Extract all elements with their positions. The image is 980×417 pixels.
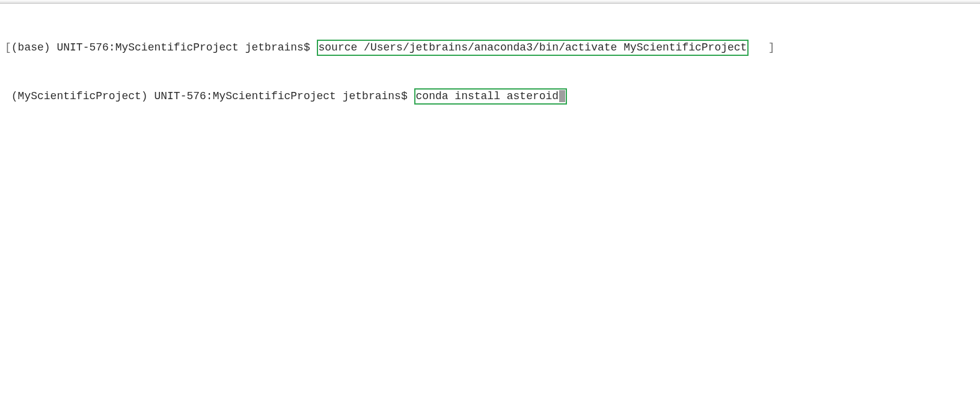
command-highlight: conda install asteroid bbox=[414, 88, 568, 105]
cursor-block bbox=[559, 90, 565, 102]
shell-prompt: (base) UNIT-576:MyScientificProject jetb… bbox=[11, 41, 317, 53]
bracket-close: ] bbox=[768, 41, 775, 53]
terminal-line-1: [(base) UNIT-576:MyScientificProject jet… bbox=[5, 40, 975, 56]
bracket-open bbox=[5, 90, 11, 102]
terminal-line-2: (MyScientificProject) UNIT-576:MyScienti… bbox=[5, 88, 975, 105]
bracket-open: [ bbox=[5, 41, 11, 53]
command-text: conda install asteroid bbox=[416, 90, 559, 102]
shell-prompt: (MyScientificProject) UNIT-576:MyScienti… bbox=[11, 90, 414, 102]
terminal-output[interactable]: [(base) UNIT-576:MyScientificProject jet… bbox=[0, 4, 980, 126]
gap bbox=[749, 41, 768, 53]
command-highlight: source /Users/jetbrains/anaconda3/bin/ac… bbox=[317, 40, 749, 56]
